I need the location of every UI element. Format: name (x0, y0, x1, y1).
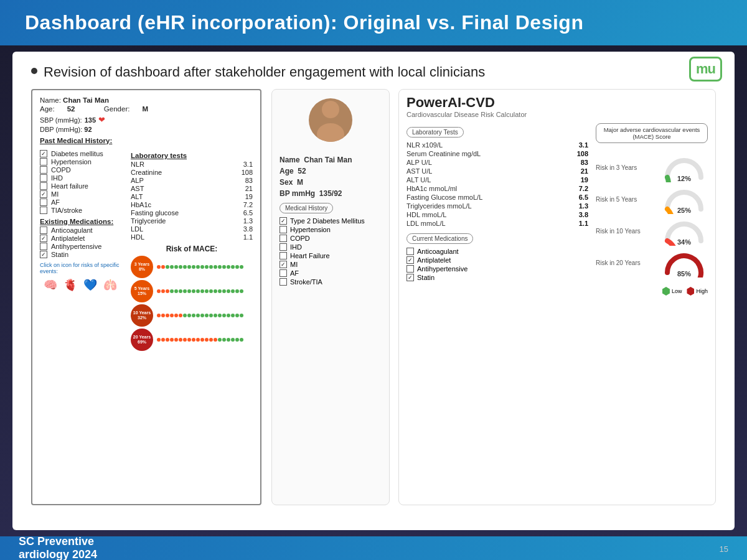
final-name-label: Name (280, 156, 300, 164)
lab-item: ALT19 (131, 193, 253, 200)
gauge-label: Risk in 20 Years (596, 259, 641, 266)
final-lab-item: HDL mmoL/L3.8 (406, 211, 588, 218)
final-history-item: MI (280, 261, 365, 268)
history-item: Hypertension (40, 158, 121, 166)
risk-gauge-row: Risk in 10 Years 34% (596, 216, 708, 246)
history-item: MI (40, 190, 121, 198)
gender-value: M (142, 105, 148, 113)
final-history-item: COPD (280, 235, 365, 242)
age-gender-row: Age: 52 Gender: M (40, 105, 253, 113)
final-med-item: Antiplatelet (406, 256, 588, 264)
meds-list: AnticoagulantAntiplateletAntihypertensiv… (40, 226, 121, 258)
history-list: Diabetes mellitusHypertensionCOPDIHDHear… (40, 150, 121, 214)
final-sex: Sex M (280, 178, 303, 187)
sbp-label: SBP (mmHg): (40, 116, 82, 124)
high-hex (687, 287, 694, 296)
med-item: Statin (40, 251, 121, 258)
history-item: TIA/stroke (40, 207, 121, 214)
svg-text:85%: 85% (677, 270, 691, 278)
lab-risk-col: Laboratory tests NLR3.1Creatinine108ALP8… (131, 149, 253, 353)
lab-item: HDL1.1 (131, 233, 253, 241)
powerai-risks: Major adverse cardiovascular events (MAC… (596, 123, 708, 500)
gauge-label: Risk in 10 Years (596, 228, 641, 235)
final-lab-item: ALT U/L19 (406, 176, 588, 184)
final-med-item: Anticoagulant (406, 248, 588, 255)
final-age-label: Age (280, 167, 294, 175)
history-item: AF (40, 198, 121, 206)
risk-title: Risk of MACE: (131, 245, 253, 253)
powerai-content: Laboratory Tests NLR x109/L3.1Serum Crea… (406, 123, 708, 500)
two-col-layout: Diabetes mellitusHypertensionCOPDIHDHear… (40, 149, 253, 353)
risk-list: 3 Years8%5 Years15%10 Years32%20 Years69… (131, 256, 253, 351)
gauge-label: Risk in 5 Years (596, 196, 637, 203)
name-label: Name: (40, 96, 61, 104)
final-bp: BP mmHg 135/92 (280, 189, 342, 198)
final-lab-item: LDL mmoL/L1.1 (406, 220, 588, 227)
bottom-text: SC Preventive ardiology 2024 (19, 535, 97, 560)
bottom-bar: SC Preventive ardiology 2024 (0, 536, 747, 560)
lab-item: HbA1c7.2 (131, 201, 253, 208)
dbp-value: 92 (84, 126, 92, 133)
lab-badge: Laboratory Tests (406, 127, 464, 138)
powerai-subtitle: Cardiovascular Disease Risk Calculator (406, 111, 708, 118)
powerai-labs: Laboratory Tests NLR x109/L3.1Serum Crea… (406, 123, 588, 500)
bullet-icon (31, 68, 37, 74)
lab-list: NLR3.1Creatinine108ALP83AST21ALT19HbA1c7… (131, 161, 253, 241)
med-item: Anticoagulant (40, 226, 121, 234)
final-sex-label: Sex (280, 178, 293, 187)
svg-text:12%: 12% (677, 175, 691, 182)
history-title: Past Medical History: (40, 137, 253, 144)
meds-badge: Current Medications (406, 233, 473, 244)
history-item: COPD (40, 166, 121, 174)
person-icon: 🫀 (63, 278, 77, 292)
icons-link: Click on icon for risks of specific even… (40, 262, 121, 274)
gauge-svg: 85% (661, 248, 708, 278)
final-risk-gauges: Risk in 3 Years 12% Risk in 5 Years 25% … (596, 151, 708, 279)
heart-icon: 💙 (83, 278, 97, 292)
medical-history-badge: Medical History (280, 203, 333, 213)
final-lab-item: ALP U/L83 (406, 159, 588, 166)
powerai-panel: PowerAI-CVD Cardiovascular Disease Risk … (398, 89, 716, 505)
final-age: Age 52 (280, 167, 306, 175)
final-history-item: Stroke/TIA (280, 278, 365, 286)
final-sex-value: M (297, 178, 303, 187)
bottom-text2: ardiology 2024 (19, 548, 97, 560)
final-bp-label: BP mmHg (280, 189, 315, 198)
lab-item: NLR3.1 (131, 161, 253, 168)
gauge-svg: 25% (661, 184, 708, 214)
lab-item: ALP83 (131, 177, 253, 184)
avatar (309, 98, 352, 142)
risk-item: 3 Years8% (131, 256, 253, 278)
lungs-icon: 🫁 (103, 278, 117, 292)
final-panel: Name Chan Tai Man Age 52 Sex M BP mmHg 1… (271, 89, 716, 505)
patient-name-row: Name: Chan Tai Man (40, 96, 253, 104)
final-history-item: AF (280, 269, 365, 277)
lab-item: AST21 (131, 185, 253, 192)
final-lab-item: NLR x109/L3.1 (406, 141, 588, 149)
final-med-item: Antihypertensive (406, 265, 588, 273)
lab-item: Fasting glucose6.5 (131, 209, 253, 217)
dbp-row: DBP (mmHg): 92 (40, 126, 253, 133)
final-history-item: Heart Failure (280, 252, 365, 259)
final-name-value: Chan Tai Man (304, 156, 352, 164)
final-lab-item: Serum Creatinine mg/dL108 (406, 150, 588, 157)
legend-high-label: High (696, 288, 708, 294)
risk-gauge-row: Risk in 3 Years 12% (596, 152, 708, 182)
final-history-item: Type 2 Diabetes Mellitus (280, 217, 365, 225)
final-history-item: IHD (280, 243, 365, 251)
original-panel: Name: Chan Tai Man Age: 52 Gender: M SBP… (31, 89, 261, 505)
sbp-row: SBP (mmHg): 135 ❤ (40, 115, 253, 124)
bottom-text1: SC Preventive (19, 535, 94, 548)
dbp-label: DBP (mmHg): (40, 126, 82, 133)
svg-text:34%: 34% (677, 238, 691, 246)
final-history-list: Type 2 Diabetes MellitusHypertensionCOPD… (280, 216, 365, 287)
bullet-section: Revision of dashboard after stakeholder … (31, 64, 716, 80)
slide-body: mu Revision of dashboard after stakehold… (12, 52, 735, 530)
avatar-container (280, 98, 382, 149)
final-lab-item: AST U/L21 (406, 167, 588, 175)
low-hex (662, 287, 670, 296)
slide-container: Dashboard (eHR incorporation): Original … (0, 0, 747, 560)
final-lab-item: Triglycerides mmoL/L1.3 (406, 202, 588, 210)
history-item: Heart failure (40, 182, 121, 190)
risk-gauge-row: Risk in 20 Years 85% (596, 248, 708, 278)
